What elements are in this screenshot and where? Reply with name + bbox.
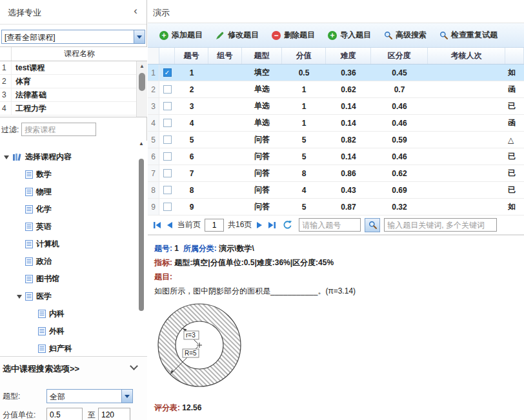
- check-duplicates-button[interactable]: 检查重复试题: [433, 26, 504, 44]
- course-filter-input[interactable]: [21, 123, 96, 136]
- advanced-search-button[interactable]: 高级搜索: [378, 26, 433, 44]
- tree-item[interactable]: 物理: [0, 183, 147, 201]
- dropdown-arrow-icon[interactable]: [134, 30, 145, 43]
- qno-value: 1: [174, 244, 179, 253]
- course-list-scrollbar[interactable]: ▲: [136, 61, 147, 117]
- delete-question-button[interactable]: − 删除题目: [265, 26, 321, 44]
- row-checkbox[interactable]: [159, 148, 175, 165]
- import-icon: +: [328, 31, 337, 40]
- course-row[interactable]: 4工程力学: [0, 102, 147, 115]
- tree-item[interactable]: 内科: [0, 305, 147, 323]
- course-name: 体育: [12, 75, 147, 88]
- search-options-label[interactable]: 选中课程搜索选项>>: [3, 363, 79, 375]
- course-filter-dropdown[interactable]: [查看全部课程]: [1, 30, 145, 44]
- column-header-qid[interactable]: 题号: [175, 48, 208, 64]
- cell-count: [428, 98, 505, 114]
- edit-question-button[interactable]: 修改题目: [209, 26, 265, 44]
- table-row[interactable]: 33单选10.140.46已: [148, 98, 524, 115]
- table-row[interactable]: 55问答50.820.59△: [148, 132, 524, 148]
- cell-difficulty: 0.82: [326, 132, 371, 148]
- tree-root[interactable]: 选择课程内容: [0, 148, 147, 166]
- table-row[interactable]: 88问答40.430.69已: [148, 182, 524, 199]
- tree-item[interactable]: 妇产科: [0, 340, 147, 356]
- column-header-count[interactable]: 考核人次: [428, 48, 505, 64]
- collapse-caret-icon[interactable]: [4, 155, 9, 162]
- table-row[interactable]: 66问答50.140.46已: [148, 148, 524, 165]
- column-header-preview: [505, 48, 524, 64]
- score-min-input[interactable]: [46, 408, 83, 420]
- question-type-dropdown[interactable]: 全部: [46, 389, 133, 403]
- scrollbar-thumb[interactable]: [139, 159, 144, 311]
- add-question-button[interactable]: + 添加题目: [153, 26, 209, 44]
- score-table-value: 12.56: [182, 403, 201, 412]
- column-header-difficulty[interactable]: 难度: [326, 48, 371, 64]
- chevron-down-icon[interactable]: [130, 362, 138, 370]
- first-page-icon[interactable]: [153, 221, 162, 229]
- row-checkbox[interactable]: [159, 182, 175, 198]
- last-page-icon[interactable]: [267, 221, 276, 229]
- dropdown-arrow-icon[interactable]: [121, 390, 132, 403]
- cell-preview: 已: [505, 148, 524, 165]
- row-checkbox[interactable]: [159, 132, 175, 148]
- cell-group: [208, 81, 242, 97]
- row-checkbox[interactable]: [159, 98, 175, 114]
- course-row[interactable]: 3法律基础: [0, 88, 147, 102]
- tree-item[interactable]: 化学: [0, 201, 147, 218]
- scrollbar-thumb[interactable]: [139, 73, 145, 91]
- search-icon: [384, 31, 392, 39]
- table-row[interactable]: 44单选10.140.46函: [148, 115, 524, 132]
- select-all-column[interactable]: [159, 48, 175, 64]
- column-header-score[interactable]: 分值: [282, 48, 326, 64]
- row-checkbox[interactable]: [159, 165, 175, 181]
- cell-count: [428, 81, 505, 97]
- question-text: 如图所示，图中阴影部分的面积是___________。(π=3.14): [154, 286, 524, 296]
- row-index: 2: [148, 81, 159, 97]
- tree-item[interactable]: 图书馆: [0, 270, 147, 288]
- tree-item[interactable]: 数学: [0, 166, 147, 183]
- row-index: 4: [148, 115, 159, 131]
- collapse-panel-icon[interactable]: ‹: [134, 5, 137, 17]
- row-checkbox[interactable]: ✓: [159, 65, 175, 81]
- cell-type: 问答: [242, 182, 282, 198]
- column-header-discrimination[interactable]: 区分度: [371, 48, 428, 64]
- table-row[interactable]: 1✓1填空0.50.360.45如: [148, 65, 524, 81]
- score-to-label: 至: [88, 410, 96, 420]
- cell-qid: 9: [175, 199, 208, 215]
- tree-item[interactable]: 英语: [0, 218, 147, 235]
- collapse-caret-icon[interactable]: [17, 295, 22, 301]
- tree-item[interactable]: 外科: [0, 323, 147, 340]
- import-question-button[interactable]: + 导入题目: [321, 26, 378, 44]
- course-row[interactable]: 1test课程: [0, 61, 147, 75]
- keyword-search-input[interactable]: [384, 218, 497, 232]
- course-name: test课程: [12, 61, 147, 74]
- cell-count: [428, 65, 505, 81]
- table-row[interactable]: 99问答50.870.32如: [148, 199, 524, 215]
- tree-item[interactable]: 政治: [0, 253, 147, 270]
- table-row[interactable]: 22单选10.620.7函: [148, 81, 524, 98]
- row-checkbox[interactable]: [159, 81, 175, 97]
- course-name-column-header[interactable]: 课程名称: [12, 47, 147, 61]
- prev-page-icon[interactable]: [166, 221, 174, 229]
- question-id-search-input[interactable]: [299, 218, 361, 232]
- course-tree: 选择课程内容 数学物理化学英语计算机政治图书馆医学内科外科妇产科: [0, 141, 147, 356]
- column-header-group[interactable]: 组号: [208, 48, 242, 64]
- row-checkbox[interactable]: [159, 115, 175, 131]
- search-by-id-button[interactable]: [365, 218, 380, 232]
- tree-item[interactable]: 计算机: [0, 235, 147, 253]
- scroll-up-icon[interactable]: ▲: [139, 141, 144, 146]
- cell-group: [208, 199, 242, 215]
- row-index: 6: [148, 148, 159, 165]
- refresh-icon[interactable]: [283, 220, 292, 230]
- tree-scrollbar[interactable]: ▲: [139, 150, 145, 343]
- score-max-input[interactable]: [98, 408, 130, 420]
- current-page-input[interactable]: [205, 219, 224, 232]
- scroll-up-icon[interactable]: ▲: [137, 61, 147, 72]
- next-page-icon[interactable]: [256, 221, 263, 229]
- table-row[interactable]: 77问答80.860.62已: [148, 165, 524, 182]
- column-header-type[interactable]: 题型: [242, 48, 282, 64]
- row-checkbox[interactable]: [159, 199, 175, 215]
- cell-difficulty: 0.36: [326, 65, 371, 81]
- course-row[interactable]: 2体育: [0, 75, 147, 88]
- question-type-value: 全部: [47, 390, 121, 403]
- tree-item[interactable]: 医学: [0, 288, 147, 305]
